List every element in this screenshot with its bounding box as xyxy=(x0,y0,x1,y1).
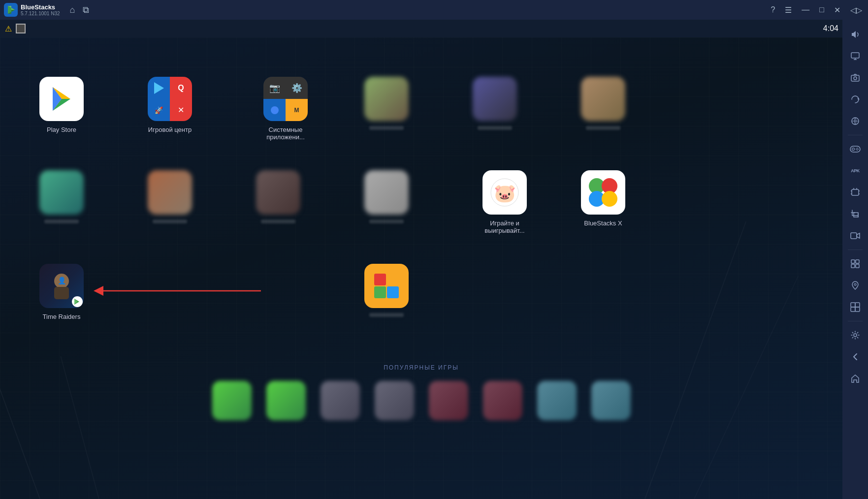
play-win-app[interactable]: 🐷 Играйте и выигрывайт... xyxy=(473,170,537,234)
svg-marker-9 xyxy=(154,82,164,94)
app-name-block: BlueStacks 5.7.121.1001 N32 xyxy=(21,3,60,16)
popular-game-3b[interactable] xyxy=(483,381,522,420)
blurred-icon-10 xyxy=(364,170,409,215)
arrow-annotation xyxy=(94,283,271,300)
popular-games-section: ПОПУЛЯРНЫЕ ИГРЫ xyxy=(0,364,842,420)
blurred-app-9[interactable] xyxy=(256,170,300,223)
game-center-icon: Q 🚀 ✕ xyxy=(148,77,192,121)
popular-game-1b[interactable] xyxy=(266,381,306,420)
svg-rect-37 xyxy=(851,233,857,239)
blurred-label-8 xyxy=(153,219,187,223)
svg-rect-41 xyxy=(856,264,859,268)
bluestacks-x-app[interactable]: BlueStacks X xyxy=(581,170,625,227)
blurred-icon-8 xyxy=(148,170,192,215)
apk-button[interactable]: APK xyxy=(845,161,865,181)
popular-game-icon-3b xyxy=(483,381,522,420)
svg-point-10 xyxy=(271,106,279,114)
time-raiders-icon-wrapper: 👤 xyxy=(39,264,84,308)
back-button[interactable] xyxy=(845,347,865,367)
location-button[interactable] xyxy=(845,276,865,295)
macro-button[interactable] xyxy=(845,254,865,274)
svg-marker-21 xyxy=(74,299,77,305)
svg-rect-24 xyxy=(851,53,859,58)
blurred-icon-5 xyxy=(473,77,517,121)
menu-button[interactable]: ☰ xyxy=(783,3,794,17)
video-button[interactable] xyxy=(845,226,865,246)
rotate-button[interactable] xyxy=(845,90,865,109)
svg-rect-45 xyxy=(851,307,855,312)
svg-rect-38 xyxy=(851,260,855,263)
play-win-icon: 🐷 xyxy=(482,170,527,215)
svg-marker-23 xyxy=(94,286,103,296)
blurred-app-6[interactable] xyxy=(581,77,625,130)
app-logo[interactable]: BlueStacks 5.7.121.1001 N32 xyxy=(4,3,60,17)
blurred-app-10[interactable] xyxy=(364,170,409,223)
app-version: 5.7.121.1001 N32 xyxy=(21,11,60,16)
popular-game-icon-3 xyxy=(429,381,468,420)
blurred-label-9 xyxy=(261,219,295,223)
blurred-app-4[interactable] xyxy=(364,77,409,130)
bluestacks-x-label: BlueStacks X xyxy=(584,219,622,227)
multi-instance-button[interactable] xyxy=(845,297,865,317)
help-button[interactable]: ? xyxy=(769,3,777,16)
maximize-button[interactable]: □ xyxy=(817,3,826,16)
blurred-label-5 xyxy=(478,126,512,130)
popular-game-3[interactable] xyxy=(429,381,468,420)
play-win-label: Играйте и выигрывайт... xyxy=(473,219,537,234)
svg-point-30 xyxy=(852,148,855,151)
sidebar-divider-3 xyxy=(848,321,863,321)
popular-game-2[interactable] xyxy=(321,381,360,420)
warning-icon: ⚠ xyxy=(5,24,12,33)
crop-button[interactable] xyxy=(845,204,865,224)
home-nav-button[interactable]: ⌂ xyxy=(70,5,75,15)
blurred-app-8[interactable] xyxy=(148,170,192,223)
camera-button[interactable] xyxy=(845,68,865,88)
time-raiders-label: Time Raiders xyxy=(43,313,81,320)
svg-rect-36 xyxy=(854,213,858,217)
popular-game-4b[interactable] xyxy=(591,381,631,420)
sidebar-divider-2 xyxy=(848,250,863,250)
minimize-button[interactable]: — xyxy=(800,3,811,16)
svg-point-33 xyxy=(857,150,858,151)
blurred-icon-7 xyxy=(39,170,84,215)
svg-rect-43 xyxy=(851,303,855,307)
svg-rect-44 xyxy=(855,303,860,307)
window-controls: ? ☰ — □ ✕ ◁▷ xyxy=(769,3,864,17)
bluestacks-x-icon xyxy=(581,170,625,215)
time-raiders-app[interactable]: 👤 Time Raiders xyxy=(39,264,84,320)
svg-rect-40 xyxy=(851,264,855,268)
blurred-icon-6 xyxy=(581,77,625,121)
svg-text:🐷: 🐷 xyxy=(494,183,516,204)
settings-button[interactable] xyxy=(845,325,865,345)
play-store-app[interactable]: Play Store xyxy=(39,77,84,133)
status-square xyxy=(16,24,26,33)
popular-game-1[interactable] xyxy=(212,381,252,420)
close-button[interactable]: ✕ xyxy=(832,3,842,17)
blurred-icon-4 xyxy=(364,77,409,121)
sound-button[interactable] xyxy=(845,25,865,44)
popular-games-title: ПОПУЛЯРНЫЕ ИГРЫ xyxy=(0,364,842,371)
svg-rect-25 xyxy=(851,75,859,81)
blurred-app-7[interactable] xyxy=(39,170,84,223)
sidebar-divider-1 xyxy=(848,135,863,135)
system-apps-app[interactable]: 📷 ⚙️ M Системные приложени... xyxy=(256,77,315,141)
svg-point-26 xyxy=(854,77,857,80)
svg-point-42 xyxy=(854,283,856,285)
gamepad-button[interactable] xyxy=(845,139,865,159)
home-sidebar-button[interactable] xyxy=(845,369,865,388)
yellow-app-label xyxy=(369,313,404,317)
sidebar-toggle-button[interactable]: ◁▷ xyxy=(848,3,864,17)
blurred-label-6 xyxy=(586,126,620,130)
blurred-app-5[interactable] xyxy=(473,77,517,130)
popular-game-2b[interactable] xyxy=(375,381,414,420)
yellow-app[interactable] xyxy=(364,264,409,317)
screenshot-button[interactable] xyxy=(845,183,865,202)
popular-game-4[interactable] xyxy=(537,381,577,420)
popular-game-icon-2 xyxy=(321,381,360,420)
layers-nav-button[interactable]: ⧉ xyxy=(83,5,89,15)
game-center-app[interactable]: Q 🚀 ✕ Игровой центр xyxy=(148,77,192,133)
svg-rect-35 xyxy=(852,189,859,195)
globe-button[interactable] xyxy=(845,111,865,131)
statusbar: ⚠ 4:04 ⤢ xyxy=(0,20,868,37)
display-button[interactable] xyxy=(845,46,865,66)
